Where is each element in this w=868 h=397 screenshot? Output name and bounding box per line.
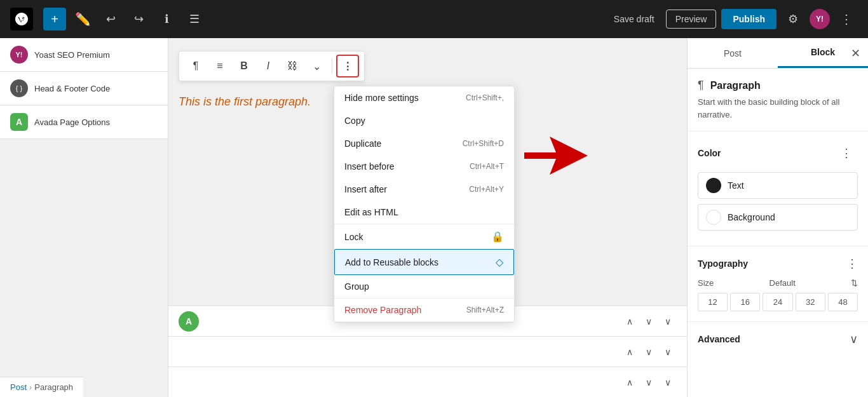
menu-item-lock[interactable]: Lock 🔒 <box>334 224 514 249</box>
red-arrow-indicator <box>524 137 588 177</box>
options-button-1[interactable]: ∨ <box>659 313 677 330</box>
color-title: Color <box>698 148 721 158</box>
italic-button[interactable]: I <box>257 55 280 77</box>
topbar: + ✏️ ↩ ↪ ℹ ☰ Save draft Preview Publish … <box>0 0 868 38</box>
more-options-button[interactable]: ⋮ <box>835 8 858 30</box>
move-up-button-1[interactable]: ∧ <box>621 313 639 330</box>
avada-circle-icon: A <box>179 311 199 332</box>
list-view-icon[interactable]: ☰ <box>183 8 206 30</box>
font-size-48[interactable]: 48 <box>828 293 858 311</box>
move-up-button-3[interactable]: ∧ <box>621 373 639 391</box>
settings-icon[interactable]: ⚙ <box>782 8 804 30</box>
breadcrumb-post[interactable]: Post <box>10 382 27 392</box>
avada-label: Avada Page Options <box>34 118 110 127</box>
text-color-label: Text <box>728 180 744 191</box>
paragraph-content[interactable]: This is the first paragraph. <box>179 95 311 109</box>
move-up-button-2[interactable]: ∧ <box>621 343 639 361</box>
paragraph-block-icon: ¶ <box>698 79 704 92</box>
link-button[interactable]: ⛓ <box>281 55 304 77</box>
bg-color-label: Background <box>728 212 775 222</box>
advanced-title: Advanced <box>698 334 740 344</box>
block-row-2: ∧ ∨ ∨ <box>168 336 687 367</box>
sidebar-item-avada[interactable]: A Avada Page Options <box>0 105 168 139</box>
color-section: Color ⋮ Text Background <box>688 131 868 246</box>
block-options-button[interactable]: ⋮ <box>336 55 359 77</box>
menu-item-remove[interactable]: Remove Paragraph Shift+Alt+Z <box>334 299 514 321</box>
font-size-12[interactable]: 12 <box>698 293 728 311</box>
move-down-button-3[interactable]: ∨ <box>640 373 658 391</box>
move-down-button-2[interactable]: ∨ <box>640 343 658 361</box>
editor-area: ¶ ≡ B I ⛓ ⌄ ⋮ <box>168 38 687 397</box>
move-down-button-1[interactable]: ∨ <box>640 313 658 330</box>
menu-item-group[interactable]: Group <box>334 275 514 298</box>
hf-icon: { } <box>10 79 28 97</box>
size-default: Default <box>770 278 796 288</box>
undo-button[interactable]: ↩ <box>99 8 122 30</box>
typography-header: Typography ⋮ <box>698 257 858 271</box>
menu-item-hide-settings[interactable]: Hide more settings Ctrl+Shift+, <box>334 86 514 109</box>
reusable-icon: ◇ <box>496 256 503 268</box>
tab-post[interactable]: Post <box>688 38 778 68</box>
info-icon[interactable]: ℹ <box>155 8 178 30</box>
options-button-3[interactable]: ∨ <box>659 373 677 391</box>
hf-label: Head & Footer Code <box>34 84 110 93</box>
menu-section-main: Hide more settings Ctrl+Shift+, Copy Dup… <box>334 86 514 224</box>
main-layout: Y! Yoast SEO Premium { } Head & Footer C… <box>0 38 868 397</box>
paragraph-section-title: Paragraph <box>710 80 761 91</box>
font-size-16[interactable]: 16 <box>730 293 760 311</box>
bg-color-swatch <box>706 210 721 225</box>
left-sidebar: Y! Yoast SEO Premium { } Head & Footer C… <box>0 38 168 397</box>
bold-button[interactable]: B <box>233 55 255 77</box>
text-color-swatch <box>706 178 721 193</box>
menu-item-add-reusable[interactable]: Add to Reusable blocks ◇ <box>334 249 514 275</box>
edit-icon[interactable]: ✏️ <box>71 8 94 30</box>
paragraph-icon: ¶ <box>193 60 199 72</box>
dots-icon: ⋮ <box>342 60 353 72</box>
context-menu: Hide more settings Ctrl+Shift+, Copy Dup… <box>334 86 515 323</box>
advanced-toggle-button[interactable]: ∨ <box>850 332 858 346</box>
typography-title: Typography <box>698 259 748 269</box>
sidebar-item-hf[interactable]: { } Head & Footer Code <box>0 72 168 105</box>
bold-icon: B <box>240 60 248 72</box>
redo-button[interactable]: ↪ <box>127 8 150 30</box>
preview-button[interactable]: Preview <box>666 10 717 29</box>
more-options-chevron[interactable]: ⌄ <box>305 55 328 77</box>
align-button[interactable]: ≡ <box>208 55 231 77</box>
breadcrumb: Post › Paragraph <box>0 377 83 397</box>
font-size-32[interactable]: 32 <box>796 293 825 311</box>
text-color-row[interactable]: Text <box>698 172 858 199</box>
menu-item-insert-after[interactable]: Insert after Ctrl+Alt+Y <box>334 178 514 201</box>
font-size-24[interactable]: 24 <box>763 293 792 311</box>
menu-section-lock: Lock 🔒 Add to Reusable blocks ◇ Group <box>334 224 514 299</box>
paragraph-format-button[interactable]: ¶ <box>184 55 207 77</box>
block-row-1-controls: ∧ ∨ ∨ <box>621 313 677 330</box>
svg-marker-0 <box>524 137 588 175</box>
add-block-button[interactable]: + <box>43 8 66 30</box>
menu-section-remove: Remove Paragraph Shift+Alt+Z <box>334 299 514 322</box>
block-toolbar: ¶ ≡ B I ⛓ ⌄ ⋮ <box>179 51 365 81</box>
bg-color-row[interactable]: Background <box>698 204 858 231</box>
size-filter-button[interactable]: ⇅ <box>851 278 858 288</box>
font-size-options: 12 16 24 32 48 <box>698 293 858 311</box>
menu-item-insert-before[interactable]: Insert before Ctrl+Alt+T <box>334 155 514 178</box>
sidebar-item-yoast[interactable]: Y! Yoast SEO Premium <box>0 38 168 72</box>
options-button-2[interactable]: ∨ <box>659 343 677 361</box>
typography-more-button[interactable]: ⋮ <box>846 257 858 271</box>
publish-button[interactable]: Publish <box>721 9 776 29</box>
wp-logo-icon[interactable] <box>10 8 33 30</box>
menu-item-duplicate[interactable]: Duplicate Ctrl+Shift+D <box>334 132 514 155</box>
save-draft-button[interactable]: Save draft <box>607 10 661 28</box>
menu-item-copy[interactable]: Copy <box>334 109 514 132</box>
size-label: Size <box>698 278 714 288</box>
menu-item-edit-html[interactable]: Edit as HTML <box>334 201 514 224</box>
italic-icon: I <box>267 60 269 72</box>
size-row: Size Default ⇅ <box>698 278 858 288</box>
advanced-header: Advanced ∨ <box>698 332 858 346</box>
breadcrumb-paragraph: Paragraph <box>34 382 73 392</box>
block-row-3: ∧ ∨ ∨ <box>168 367 687 397</box>
breadcrumb-separator: › <box>29 382 32 392</box>
color-more-button[interactable]: ⋮ <box>835 142 858 165</box>
yoast-avatar: Y! <box>810 9 830 29</box>
advanced-section: Advanced ∨ <box>688 322 868 356</box>
sidebar-close-button[interactable]: ✕ <box>851 48 860 59</box>
